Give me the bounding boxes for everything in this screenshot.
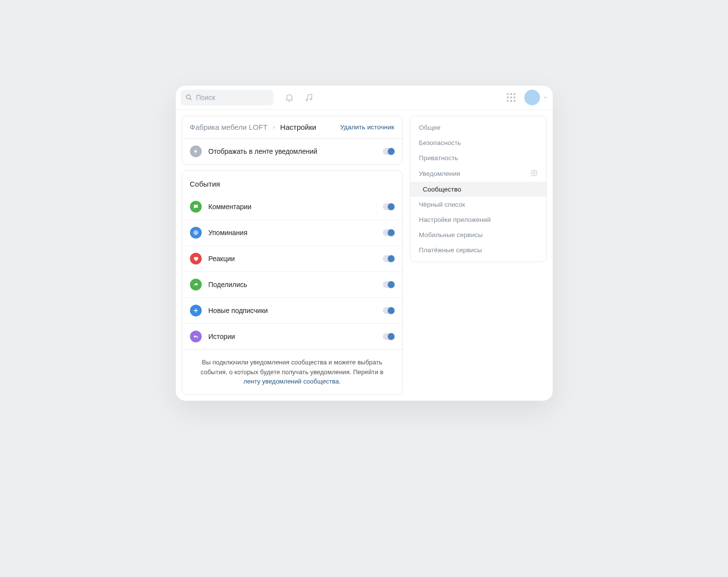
source-settings-card: Фабрика мебели LOFT Настройки Удалить ис… — [182, 116, 403, 165]
body: Фабрика мебели LOFT Настройки Удалить ис… — [176, 110, 553, 401]
event-label: Новые подписчики — [209, 307, 376, 314]
sidebar-item-general[interactable]: Общее — [410, 120, 546, 135]
music-icon[interactable] — [304, 93, 314, 102]
feed-toggle[interactable] — [383, 148, 395, 155]
avatar — [524, 90, 540, 105]
breadcrumb-source[interactable]: Фабрика мебели LOFT — [190, 123, 268, 131]
event-row-reactions: Реакции — [182, 245, 402, 271]
event-row-new-followers: Новые подписчики — [182, 297, 402, 323]
delete-source-link[interactable]: Удалить источник — [340, 123, 395, 131]
main-column: Фабрика мебели LOFT Настройки Удалить ис… — [182, 116, 403, 395]
search-icon — [186, 94, 192, 101]
sidebar-list: Общее Безопасность Приватность Уведомлен… — [410, 116, 546, 262]
topbar-icons — [284, 93, 314, 102]
svg-point-7 — [533, 172, 535, 174]
feed-toggle-label: Отображать в ленте уведомлений — [209, 147, 376, 155]
topbar — [176, 86, 553, 110]
sidebar-item-mobile-services[interactable]: Мобильные сервисы — [410, 227, 546, 242]
card-header: Фабрика мебели LOFT Настройки Удалить ис… — [182, 116, 402, 139]
breadcrumb-current: Настройки — [280, 123, 316, 131]
breadcrumb: Фабрика мебели LOFT Настройки — [190, 123, 340, 131]
event-label: Комментарии — [209, 203, 376, 211]
app-window: Фабрика мебели LOFT Настройки Удалить ис… — [176, 86, 553, 401]
bell-icon[interactable] — [284, 93, 294, 102]
sidebar-item-app-settings[interactable]: Настройки приложений — [410, 212, 546, 227]
sidebar-item-payment-services[interactable]: Платёжные сервисы — [410, 242, 546, 258]
events-card: События Комментарии Упоминания — [182, 170, 403, 395]
svg-point-2 — [306, 99, 307, 100]
search-box[interactable] — [181, 90, 274, 105]
event-label: Поделились — [209, 281, 376, 288]
heart-icon — [190, 253, 202, 264]
sidebar-item-community[interactable]: Сообщество — [410, 182, 546, 197]
sidebar-item-notifications[interactable]: Уведомления — [410, 166, 546, 182]
chevron-down-icon — [543, 93, 548, 102]
gear-icon — [531, 169, 538, 178]
footer-text-before: Вы подключили уведомления сообщества и м… — [201, 359, 383, 376]
event-row-shares: Поделились — [182, 271, 402, 297]
event-row-mentions: Упоминания — [182, 219, 402, 245]
events-title: События — [182, 171, 402, 194]
reply-icon — [190, 331, 202, 342]
share-icon — [190, 279, 202, 290]
event-label: Реакции — [209, 255, 376, 263]
event-toggle-reactions[interactable] — [383, 255, 395, 262]
event-toggle-stories[interactable] — [383, 333, 395, 340]
profile-menu[interactable] — [524, 90, 548, 105]
svg-line-1 — [189, 98, 191, 100]
svg-point-3 — [310, 98, 311, 100]
event-toggle-comments[interactable] — [383, 203, 395, 210]
event-toggle-mentions[interactable] — [383, 229, 395, 236]
footer-text-after: . — [339, 378, 341, 385]
chevron-right-icon — [271, 123, 276, 131]
footer-note: Вы подключили уведомления сообщества и м… — [182, 349, 402, 394]
bolt-icon — [190, 145, 202, 157]
sidebar-item-security[interactable]: Безопасность — [410, 135, 546, 150]
feed-toggle-row: Отображать в ленте уведомлений — [182, 139, 402, 164]
settings-sidebar: Общее Безопасность Приватность Уведомлен… — [410, 116, 547, 262]
sidebar-item-blacklist[interactable]: Чёрный список — [410, 197, 546, 212]
footer-link[interactable]: ленту уведомлений сообщества — [243, 378, 339, 385]
comment-icon — [190, 201, 202, 213]
apps-grid-icon[interactable] — [507, 93, 516, 102]
event-row-comments: Комментарии — [182, 194, 402, 219]
event-row-stories: Истории — [182, 323, 402, 349]
event-label: Упоминания — [209, 229, 376, 237]
event-toggle-new-followers[interactable] — [383, 307, 395, 314]
search-input[interactable] — [196, 94, 269, 101]
sidebar-item-privacy[interactable]: Приватность — [410, 150, 546, 166]
event-toggle-shares[interactable] — [383, 281, 395, 288]
plus-icon — [190, 305, 202, 316]
mention-icon — [190, 227, 202, 239]
event-label: Истории — [209, 333, 376, 340]
